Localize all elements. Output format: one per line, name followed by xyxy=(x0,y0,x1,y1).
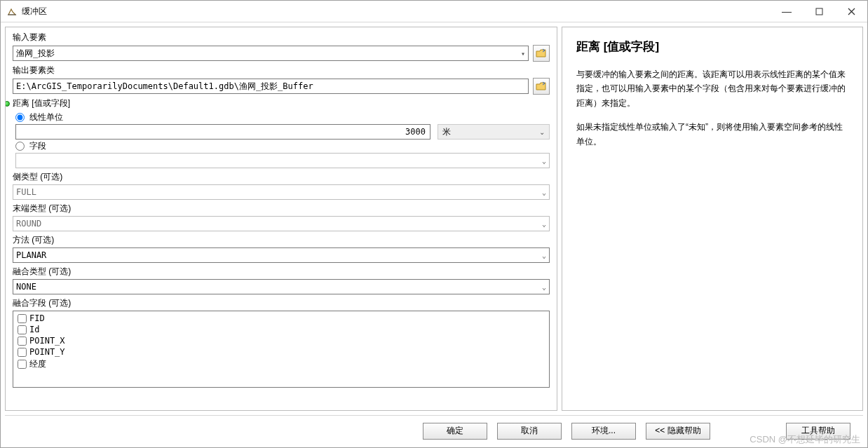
ok-button[interactable]: 确定 xyxy=(423,423,487,440)
end-type-combo[interactable]: ROUND ⌄ xyxy=(13,216,550,231)
chevron-down-icon: ⌄ xyxy=(542,220,546,228)
radio-linear-row[interactable]: 线性单位 xyxy=(15,111,550,124)
environments-button[interactable]: 环境... xyxy=(571,423,636,440)
cancel-button[interactable]: 取消 xyxy=(497,423,562,440)
parameters-pane: 输入要素 渔网_投影 ▾ xyxy=(5,27,557,411)
footer-buttons: 确定 取消 环境... << 隐藏帮助 工具帮助 xyxy=(5,415,863,446)
close-button[interactable] xyxy=(835,1,867,22)
checkbox[interactable] xyxy=(18,348,27,357)
field-end-type: 末端类型 (可选) ROUND ⌄ xyxy=(13,201,550,231)
field-distance: 距离 [值或字段] 线性单位 米 ⌄ xyxy=(13,96,550,168)
checkbox[interactable] xyxy=(18,314,27,323)
label-dissolve-type: 融合类型 (可选) xyxy=(13,264,550,279)
buffer-tool-window: 缓冲区 ― 输入要素 渔网_投影 ▾ xyxy=(0,0,868,448)
distance-unit-combo[interactable]: 米 ⌄ xyxy=(438,124,550,140)
dissolve-type-combo[interactable]: NONE ⌄ xyxy=(13,279,550,294)
help-paragraph: 与要缓冲的输入要素之间的距离。该距离可以用表示线性距离的某个值来指定，也可以用输… xyxy=(576,67,848,110)
field-output-fc: 输出要素类 xyxy=(13,63,550,95)
maximize-button[interactable] xyxy=(803,1,835,22)
label-output-fc: 输出要素类 xyxy=(13,63,550,78)
svg-rect-1 xyxy=(816,8,822,15)
chevron-down-icon: ▾ xyxy=(521,50,525,57)
label-distance: 距离 [值或字段] xyxy=(6,96,70,111)
label-dissolve-fields: 融合字段 (可选) xyxy=(13,296,550,311)
radio-field[interactable] xyxy=(15,142,25,151)
radio-field-row[interactable]: 字段 xyxy=(15,140,550,153)
dissolve-fields-list[interactable]: FID Id POINT_X POINT_Y 经度 xyxy=(13,311,550,388)
window-controls: ― xyxy=(771,1,867,22)
distance-field-combo[interactable]: ⌄ xyxy=(15,153,550,168)
distance-value-input[interactable] xyxy=(15,124,430,140)
label-input-features: 输入要素 xyxy=(13,30,550,45)
list-item[interactable]: 经度 xyxy=(16,358,546,371)
distance-unit-value: 米 xyxy=(442,126,451,138)
radio-linear-label: 线性单位 xyxy=(29,111,63,123)
field-input-features: 输入要素 渔网_投影 ▾ xyxy=(13,30,550,62)
parameters-scroll[interactable]: 输入要素 渔网_投影 ▾ xyxy=(6,27,557,410)
hide-help-button[interactable]: << 隐藏帮助 xyxy=(646,423,710,440)
browse-output-button[interactable] xyxy=(533,78,550,95)
checkbox[interactable] xyxy=(18,325,27,334)
window-title: 缓冲区 xyxy=(22,6,47,18)
input-features-combo[interactable]: 渔网_投影 ▾ xyxy=(13,46,529,61)
tool-help-button[interactable]: 工具帮助 xyxy=(786,423,850,440)
field-method: 方法 (可选) PLANAR ⌄ xyxy=(13,233,550,263)
required-bullet-icon xyxy=(6,101,10,107)
help-pane: 距离 [值或字段] 与要缓冲的输入要素之间的距离。该距离可以用表示线性距离的某个… xyxy=(562,27,863,411)
output-fc-input[interactable] xyxy=(13,79,529,94)
chevron-down-icon: ⌄ xyxy=(542,157,546,165)
minimize-button[interactable]: ― xyxy=(771,1,803,22)
input-features-value: 渔网_投影 xyxy=(16,48,55,60)
chevron-down-icon: ⌄ xyxy=(539,128,545,136)
method-value: PLANAR xyxy=(16,250,46,260)
list-item[interactable]: Id xyxy=(16,324,546,335)
field-dissolve-fields: 融合字段 (可选) FID Id POINT_X POINT_Y 经度 xyxy=(13,296,550,388)
radio-linear[interactable] xyxy=(15,113,25,122)
field-dissolve-type: 融合类型 (可选) NONE ⌄ xyxy=(13,264,550,294)
list-item[interactable]: POINT_X xyxy=(16,335,546,346)
radio-field-label: 字段 xyxy=(29,140,46,152)
chevron-down-icon: ⌄ xyxy=(542,252,546,259)
titlebar[interactable]: 缓冲区 ― xyxy=(1,1,867,22)
list-item[interactable]: FID xyxy=(16,313,546,324)
help-paragraph: 如果未指定线性单位或输入了“未知”，则将使用输入要素空间参考的线性单位。 xyxy=(576,120,848,149)
checkbox[interactable] xyxy=(18,360,27,369)
dissolve-type-value: NONE xyxy=(16,282,36,292)
end-type-value: ROUND xyxy=(16,219,41,229)
app-icon xyxy=(6,6,18,17)
field-side-type: 侧类型 (可选) FULL ⌄ xyxy=(13,170,550,200)
help-title: 距离 [值或字段] xyxy=(576,39,848,55)
label-side-type: 侧类型 (可选) xyxy=(13,170,550,184)
side-type-value: FULL xyxy=(16,187,36,197)
side-type-combo[interactable]: FULL ⌄ xyxy=(13,184,550,200)
label-end-type: 末端类型 (可选) xyxy=(13,201,550,216)
label-method: 方法 (可选) xyxy=(13,233,550,247)
client-area: 输入要素 渔网_投影 ▾ xyxy=(1,22,867,411)
list-item[interactable]: POINT_Y xyxy=(16,346,546,358)
browse-input-button[interactable] xyxy=(533,45,550,62)
method-combo[interactable]: PLANAR ⌄ xyxy=(13,247,550,263)
checkbox[interactable] xyxy=(18,337,27,346)
chevron-down-icon: ⌄ xyxy=(542,189,546,196)
chevron-down-icon: ⌄ xyxy=(542,283,546,291)
